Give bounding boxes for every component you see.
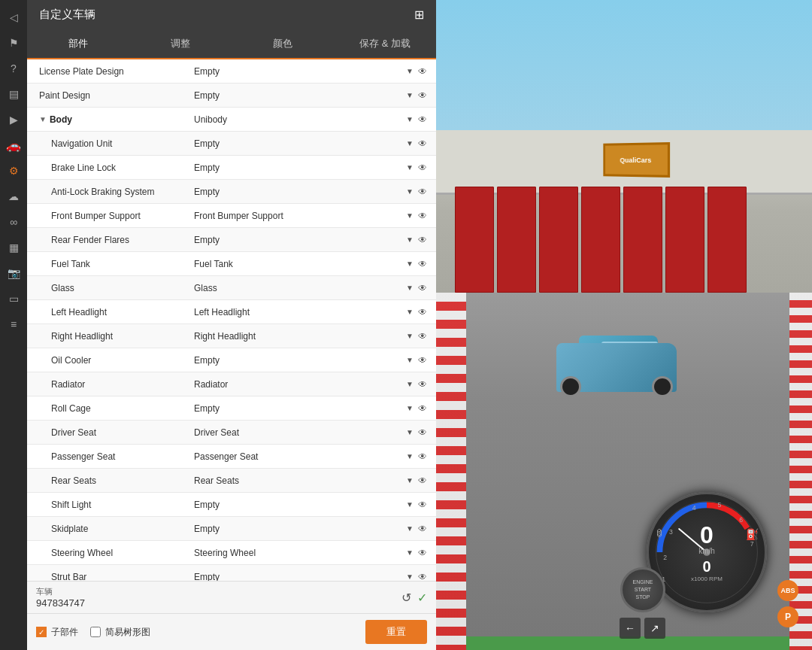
eye-toggle-icon[interactable]: 👁	[418, 211, 427, 221]
eye-toggle-icon[interactable]: 👁	[418, 475, 427, 486]
eye-toggle-icon[interactable]: 👁	[418, 187, 427, 197]
part-row[interactable]: Fuel TankFuel Tank▼👁	[27, 252, 436, 276]
nav-right-icon[interactable]: ↗	[644, 618, 665, 639]
dropdown-arrow-icon[interactable]: ▼	[406, 476, 414, 484]
confirm-icon[interactable]: ✓	[417, 591, 427, 605]
eye-toggle-icon[interactable]: 👁	[418, 355, 427, 366]
engine-start-button[interactable]: ENGINESTARTSTOP	[620, 567, 665, 612]
panel-icon[interactable]: ⊞	[414, 8, 424, 22]
sidebar-icon-arrow[interactable]: ◁	[2, 6, 25, 29]
part-row[interactable]: Shift LightEmpty▼👁	[27, 493, 436, 517]
sidebar-icon-film[interactable]: ▦	[2, 236, 25, 259]
eye-toggle-icon[interactable]: 👁	[418, 403, 427, 414]
tab-color[interactable]: 颜色	[232, 29, 334, 58]
dropdown-arrow-icon[interactable]: ▼	[406, 428, 414, 436]
reset-button[interactable]: 重置	[365, 620, 427, 644]
eye-toggle-icon[interactable]: 👁	[418, 114, 427, 125]
dropdown-arrow-icon[interactable]: ▼	[406, 356, 414, 364]
dropdown-arrow-icon[interactable]: ▼	[406, 452, 414, 460]
dropdown-arrow-icon[interactable]: ▼	[406, 235, 414, 244]
sidebar-icon-flag[interactable]: ⚑	[2, 32, 25, 54]
part-row[interactable]: Brake Line LockEmpty▼👁	[27, 156, 436, 180]
eye-toggle-icon[interactable]: 👁	[418, 572, 427, 582]
part-name: Rear Fender Flares	[36, 235, 194, 245]
dropdown-arrow-icon[interactable]: ▼	[406, 332, 414, 340]
eye-toggle-icon[interactable]: 👁	[418, 524, 427, 534]
eye-toggle-icon[interactable]: 👁	[418, 283, 427, 293]
car-wheel-rear-left	[652, 376, 673, 397]
part-row[interactable]: GlassGlass▼👁	[27, 276, 436, 300]
simple-tree-checkbox-label[interactable]: 简易树形图	[90, 626, 150, 639]
part-row[interactable]: Front Bumper SupportFront Bumper Support…	[27, 204, 436, 228]
dropdown-arrow-icon[interactable]: ▼	[406, 308, 414, 316]
part-row[interactable]: Right HeadlightRight Headlight▼👁	[27, 324, 436, 348]
sidebar-icon-briefcase[interactable]: ▤	[2, 83, 25, 105]
part-row[interactable]: Passenger SeatPassenger Seat▼👁	[27, 445, 436, 469]
eye-toggle-icon[interactable]: 👁	[418, 548, 427, 558]
dropdown-arrow-icon[interactable]: ▼	[406, 260, 414, 268]
nav-left-icon[interactable]: ←	[620, 618, 641, 639]
parts-list[interactable]: License Plate DesignEmpty▼👁Paint DesignE…	[27, 59, 436, 581]
eye-toggle-icon[interactable]: 👁	[418, 90, 427, 101]
dropdown-arrow-icon[interactable]: ▼	[406, 380, 414, 388]
eye-toggle-icon[interactable]: 👁	[418, 427, 427, 438]
sidebar-icon-car[interactable]: 🚗	[2, 134, 25, 156]
subparts-checkbox-label[interactable]: 子部件	[36, 626, 78, 639]
sidebar-icon-camera[interactable]: 📷	[2, 262, 25, 284]
eye-toggle-icon[interactable]: 👁	[418, 500, 427, 510]
part-row[interactable]: License Plate DesignEmpty▼👁	[27, 59, 436, 84]
sidebar-icon-monitor[interactable]: ▭	[2, 287, 25, 310]
part-row[interactable]: Roll CageEmpty▼👁	[27, 396, 436, 421]
part-row[interactable]: Paint DesignEmpty▼👁	[27, 84, 436, 108]
sidebar-icon-help[interactable]: ?	[2, 57, 25, 80]
eye-toggle-icon[interactable]: 👁	[418, 331, 427, 342]
tab-parts[interactable]: 部件	[27, 29, 129, 58]
eye-toggle-icon[interactable]: 👁	[418, 259, 427, 269]
tab-save-load[interactable]: 保存 & 加载	[334, 29, 436, 58]
dropdown-arrow-icon[interactable]: ▼	[406, 163, 414, 172]
simple-tree-checkbox[interactable]	[90, 627, 101, 637]
part-row[interactable]: Rear Fender FlaresEmpty▼👁	[27, 228, 436, 252]
eye-toggle-icon[interactable]: 👁	[418, 138, 427, 149]
dropdown-arrow-icon[interactable]: ▼	[406, 524, 414, 533]
part-row[interactable]: Steering WheelSteering Wheel▼👁	[27, 541, 436, 565]
part-row[interactable]: Oil CoolerEmpty▼👁	[27, 348, 436, 372]
eye-toggle-icon[interactable]: 👁	[418, 451, 427, 462]
eye-toggle-icon[interactable]: 👁	[418, 307, 427, 317]
collapse-arrow-icon[interactable]: ▼	[39, 115, 47, 123]
svg-text:5: 5	[717, 501, 721, 509]
dropdown-arrow-icon[interactable]: ▼	[406, 187, 414, 196]
part-row[interactable]: ▼ BodyUnibody▼👁	[27, 108, 436, 132]
eye-toggle-icon[interactable]: 👁	[418, 379, 427, 390]
part-row[interactable]: Left HeadlightLeft Headlight▼👁	[27, 300, 436, 324]
sidebar-icon-sliders[interactable]: ≡	[2, 313, 25, 336]
dropdown-arrow-icon[interactable]: ▼	[406, 284, 414, 292]
sidebar-icon-settings[interactable]: ⚙	[2, 159, 25, 182]
dropdown-arrow-icon[interactable]: ▼	[406, 115, 414, 123]
part-row[interactable]: Rear SeatsRear Seats▼👁	[27, 469, 436, 493]
dropdown-arrow-icon[interactable]: ▼	[406, 139, 414, 147]
part-row[interactable]: Strut BarEmpty▼👁	[27, 565, 436, 581]
eye-toggle-icon[interactable]: 👁	[418, 162, 427, 173]
vehicle-id-value: 947834747	[36, 597, 85, 609]
dropdown-arrow-icon[interactable]: ▼	[406, 548, 414, 557]
sidebar-icon-link[interactable]: ∞	[2, 211, 25, 233]
tab-adjust[interactable]: 调整	[129, 29, 232, 58]
part-row[interactable]: Driver SeatDriver Seat▼👁	[27, 421, 436, 445]
refresh-icon[interactable]: ↺	[401, 591, 411, 605]
part-row[interactable]: RadiatorRadiator▼👁	[27, 372, 436, 396]
part-row[interactable]: Anti-Lock Braking SystemEmpty▼👁	[27, 180, 436, 204]
dropdown-arrow-icon[interactable]: ▼	[406, 91, 414, 99]
sidebar-icon-play[interactable]: ▶	[2, 108, 25, 131]
part-value: Empty	[194, 500, 403, 510]
eye-toggle-icon[interactable]: 👁	[418, 66, 427, 77]
sidebar-icon-cloud[interactable]: ☁	[2, 185, 25, 208]
dropdown-arrow-icon[interactable]: ▼	[406, 500, 414, 509]
part-row[interactable]: SkidplateEmpty▼👁	[27, 517, 436, 541]
dropdown-arrow-icon[interactable]: ▼	[406, 67, 414, 75]
dropdown-arrow-icon[interactable]: ▼	[406, 573, 414, 581]
dropdown-arrow-icon[interactable]: ▼	[406, 404, 414, 412]
dropdown-arrow-icon[interactable]: ▼	[406, 211, 414, 220]
part-row[interactable]: Navigation UnitEmpty▼👁	[27, 132, 436, 156]
eye-toggle-icon[interactable]: 👁	[418, 235, 427, 245]
